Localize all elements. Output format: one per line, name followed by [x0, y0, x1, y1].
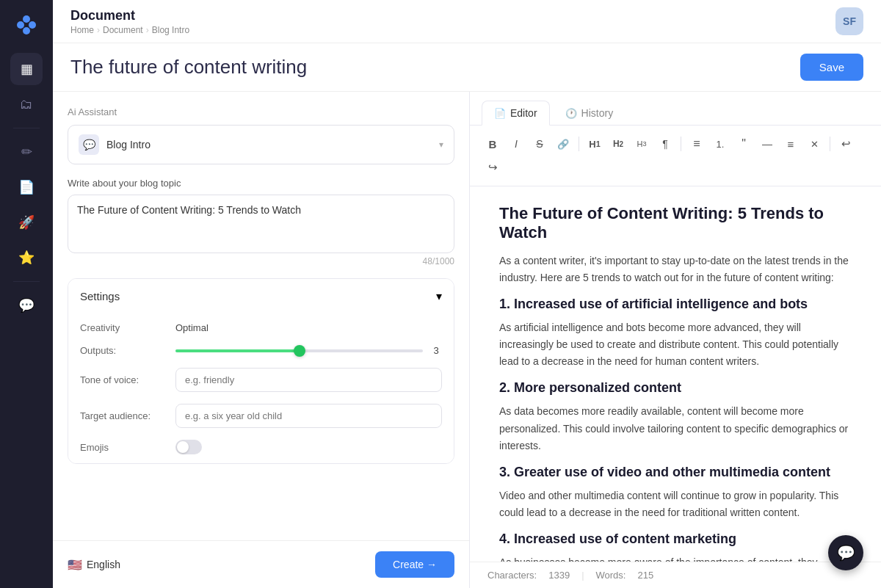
settings-label: Settings: [80, 290, 120, 302]
tab-editor-label: Editor: [510, 107, 537, 119]
topic-label: Write about your blog topic: [68, 178, 454, 189]
language-selector[interactable]: 🇺🇸 English: [68, 558, 120, 572]
save-button[interactable]: Save: [800, 54, 863, 81]
clear-format-button[interactable]: ✕: [803, 133, 825, 155]
sidebar-item-chat[interactable]: 💬: [10, 289, 43, 322]
align-button[interactable]: ≡: [780, 133, 802, 155]
user-avatar[interactable]: SF: [835, 7, 863, 35]
quote-button[interactable]: ": [733, 133, 755, 155]
words-label: Words:: [596, 570, 626, 581]
left-panel-footer: 🇺🇸 English Create →: [53, 540, 469, 588]
sidebar-divider: [13, 128, 40, 128]
tab-history[interactable]: 🕐 History: [553, 101, 626, 125]
sidebar-item-dashboard[interactable]: ▦: [10, 53, 43, 85]
content-area: Ai Assistant 💬 Blog Intro ▾ Write about …: [53, 92, 881, 588]
h3-button[interactable]: H3: [631, 133, 653, 155]
outputs-label: Outputs:: [80, 345, 175, 356]
content-section-2-heading: 2. More personalized content: [499, 380, 852, 396]
content-intro: As a content writer, it's important to s…: [499, 253, 852, 286]
dashboard-icon: ▦: [21, 61, 33, 77]
content-section-4-heading: 4. Increased use of content marketing: [499, 531, 852, 547]
sidebar-item-pages[interactable]: 📄: [10, 171, 43, 203]
outputs-slider-container: 3: [175, 345, 442, 356]
history-tab-icon: 🕐: [565, 108, 577, 119]
toolbar-separator-2: [681, 137, 681, 151]
editor-tab-icon: 📄: [494, 108, 506, 119]
editor-tabs: 📄 Editor 🕐 History: [470, 92, 881, 126]
words-value: 215: [637, 570, 653, 581]
sidebar-item-edit[interactable]: ✏: [10, 136, 43, 168]
svg-point-3: [23, 27, 30, 35]
tone-label: Tone of voice:: [80, 374, 175, 385]
create-button[interactable]: Create →: [375, 551, 454, 578]
svg-point-1: [29, 21, 36, 29]
bold-button[interactable]: B: [482, 133, 504, 155]
chat-bubble-button[interactable]: 💬: [828, 535, 863, 570]
template-icon: 💬: [79, 134, 99, 155]
creativity-row: Creativity Optimal: [80, 322, 442, 333]
chat-icon: 💬: [18, 297, 35, 313]
divider-button[interactable]: —: [756, 133, 778, 155]
left-panel-inner: Ai Assistant 💬 Blog Intro ▾ Write about …: [53, 92, 469, 540]
slider-thumb: [294, 345, 305, 357]
edit-icon: ✏: [21, 144, 32, 160]
emojis-row: Emojis: [80, 440, 442, 454]
creativity-value: Optimal: [175, 322, 442, 333]
ai-assistant-label: Ai Assistant: [68, 106, 454, 117]
breadcrumb-sep2: ›: [146, 25, 149, 35]
emojis-label: Emojis: [80, 442, 175, 453]
strikethrough-button[interactable]: S: [529, 133, 551, 155]
characters-label: Characters:: [487, 570, 537, 581]
breadcrumb: Home › Document › Blog Intro: [70, 25, 189, 35]
rocket-icon: 🚀: [18, 214, 35, 231]
sidebar-item-documents[interactable]: 🗂: [10, 88, 43, 120]
toolbar-separator-1: [579, 137, 579, 151]
ol-button[interactable]: 1.: [709, 133, 731, 155]
breadcrumb-current[interactable]: Blog Intro: [152, 25, 189, 35]
tab-history-label: History: [581, 107, 614, 119]
flag-icon: 🇺🇸: [68, 558, 82, 572]
outputs-slider-track[interactable]: [175, 349, 423, 352]
settings-body: Creativity Optimal Outputs: 3: [68, 313, 454, 463]
template-selector-left: 💬 Blog Intro: [79, 134, 151, 155]
breadcrumb-document[interactable]: Document: [103, 25, 143, 35]
settings-header[interactable]: Settings ▾: [68, 279, 454, 313]
language-label: English: [87, 559, 120, 570]
tab-editor[interactable]: 📄 Editor: [482, 101, 550, 126]
sidebar-item-rocket[interactable]: 🚀: [10, 206, 43, 239]
breadcrumb-home[interactable]: Home: [70, 25, 94, 35]
page-title: The future of content writing: [70, 56, 307, 79]
topic-input[interactable]: [68, 195, 454, 253]
header: Document Home › Document › Blog Intro SF: [53, 0, 881, 43]
template-name: Blog Intro: [106, 139, 151, 150]
app-logo[interactable]: [10, 9, 43, 41]
left-panel: Ai Assistant 💬 Blog Intro ▾ Write about …: [53, 92, 470, 588]
target-label: Target audience:: [80, 410, 175, 421]
editor-footer: Characters: 1339 | Words: 215: [470, 562, 881, 588]
redo-button[interactable]: ↪: [482, 156, 504, 178]
content-section-4-body: As businesses become more aware of the i…: [499, 554, 852, 562]
svg-point-2: [23, 15, 30, 23]
template-selector[interactable]: 💬 Blog Intro ▾: [68, 125, 454, 164]
paragraph-button[interactable]: ¶: [654, 133, 676, 155]
svg-point-0: [17, 21, 24, 29]
sidebar-divider-2: [13, 281, 40, 282]
star-icon: ⭐: [18, 250, 35, 266]
undo-button[interactable]: ↩: [835, 133, 857, 155]
h1-button[interactable]: H1: [584, 133, 606, 155]
emojis-toggle-thumb: [177, 441, 189, 453]
target-input[interactable]: [175, 404, 442, 428]
target-row: Target audience:: [80, 404, 442, 428]
emojis-toggle[interactable]: [175, 440, 202, 454]
editor-content-area[interactable]: The Future of Content Writing: 5 Trends …: [470, 186, 881, 562]
italic-button[interactable]: I: [505, 133, 527, 155]
chevron-down-icon: ▾: [439, 139, 443, 150]
outputs-row: Outputs: 3: [80, 345, 442, 356]
tone-input[interactable]: [175, 368, 442, 392]
sidebar-item-favorites[interactable]: ⭐: [10, 242, 43, 274]
ul-button[interactable]: ≡: [686, 133, 708, 155]
characters-value: 1339: [548, 570, 570, 581]
h2-button[interactable]: H2: [607, 133, 629, 155]
content-main-heading: The Future of Content Writing: 5 Trends …: [499, 204, 852, 242]
link-button[interactable]: 🔗: [552, 133, 574, 155]
